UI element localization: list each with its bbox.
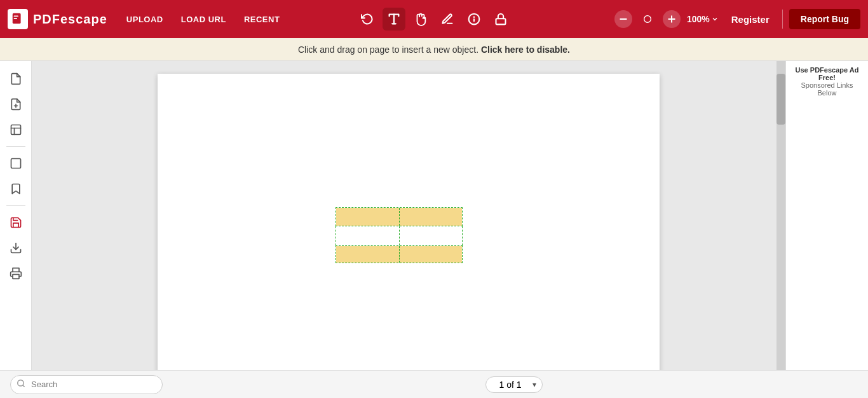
- logo: PDFescape: [8, 9, 107, 29]
- sidebar: [0, 61, 32, 398]
- toolbar-center: [356, 8, 512, 31]
- text-tool-button[interactable]: [383, 8, 405, 31]
- svg-rect-1: [14, 16, 18, 17]
- svg-rect-8: [496, 18, 506, 24]
- pdf-page: [158, 74, 660, 398]
- toolbar-right: 100% Register Report Bug: [614, 9, 860, 29]
- pencil-tool-button[interactable]: [436, 8, 459, 31]
- page-select-wrapper: 1 of 1 ▾: [485, 376, 543, 393]
- table-row-1: [336, 207, 463, 226]
- zoom-neutral-button[interactable]: [639, 10, 656, 28]
- sidebar-forms[interactable]: [4, 118, 27, 141]
- canvas-area[interactable]: [32, 61, 785, 398]
- topbar: PDFescape UPLOAD LOAD URL RECENT: [0, 0, 868, 38]
- scrollbar[interactable]: [776, 61, 785, 398]
- hand-tool-button[interactable]: [409, 8, 432, 31]
- table-row-3: [336, 245, 463, 263]
- zoom-in-button[interactable]: [663, 10, 681, 28]
- scrollbar-thumb[interactable]: [776, 74, 785, 125]
- svg-rect-20: [13, 275, 19, 279]
- sidebar-download[interactable]: [4, 237, 27, 259]
- cell-1-2: [399, 208, 463, 226]
- search-wrapper: [10, 375, 163, 394]
- logo-icon: [8, 9, 28, 29]
- notification-text: Click and drag on page to insert a new o…: [298, 45, 478, 55]
- sidebar-add-page[interactable]: [4, 93, 27, 116]
- cell-1-1: [336, 208, 399, 226]
- lock-button[interactable]: [489, 8, 512, 31]
- sidebar-sep-2: [6, 205, 25, 206]
- sidebar-new-page[interactable]: [4, 67, 27, 90]
- upload-button[interactable]: UPLOAD: [123, 12, 167, 27]
- table-row-2: [336, 226, 463, 245]
- page-dropdown[interactable]: 1 of 1: [485, 376, 543, 393]
- notification-bar: Click and drag on page to insert a new o…: [0, 38, 868, 61]
- load-url-button[interactable]: LOAD URL: [177, 12, 230, 27]
- svg-point-10: [644, 16, 651, 23]
- notification-link[interactable]: Click here to disable.: [481, 45, 570, 55]
- cell-3-1: [336, 246, 399, 263]
- report-bug-button[interactable]: Report Bug: [789, 9, 860, 29]
- svg-line-22: [23, 385, 25, 387]
- search-input[interactable]: [10, 375, 163, 394]
- sidebar-save[interactable]: [4, 211, 27, 234]
- main-area: Use PDFescape Ad Free! Sponsored Links B…: [0, 61, 868, 398]
- zoom-value: 100%: [687, 14, 710, 24]
- sidebar-print[interactable]: [4, 262, 27, 285]
- svg-rect-15: [11, 125, 20, 135]
- page-selector: 1 of 1 ▾: [485, 376, 543, 393]
- bottombar: 1 of 1 ▾: [0, 370, 868, 398]
- cell-2-1: [336, 226, 399, 245]
- sidebar-bookmark[interactable]: [4, 177, 27, 200]
- undo-button[interactable]: [356, 8, 379, 31]
- recent-button[interactable]: RECENT: [240, 12, 283, 27]
- pdf-table[interactable]: [336, 207, 463, 263]
- cell-2-2: [399, 226, 463, 245]
- ad-panel: Use PDFescape Ad Free! Sponsored Links B…: [785, 61, 868, 398]
- svg-rect-18: [11, 159, 20, 168]
- zoom-display[interactable]: 100%: [687, 14, 719, 24]
- sidebar-page-view[interactable]: [4, 152, 27, 175]
- sidebar-sep-1: [6, 146, 25, 147]
- ad-line1: Use PDFescape Ad Free!: [791, 66, 863, 81]
- svg-rect-2: [14, 18, 17, 19]
- ad-line2: Sponsored Links Below: [791, 81, 863, 97]
- info-button[interactable]: [463, 8, 485, 31]
- logo-text: PDFescape: [33, 12, 107, 27]
- zoom-out-button[interactable]: [614, 10, 632, 28]
- cell-3-2: [399, 246, 463, 263]
- search-icon: [17, 379, 25, 390]
- register-button[interactable]: Register: [725, 11, 776, 27]
